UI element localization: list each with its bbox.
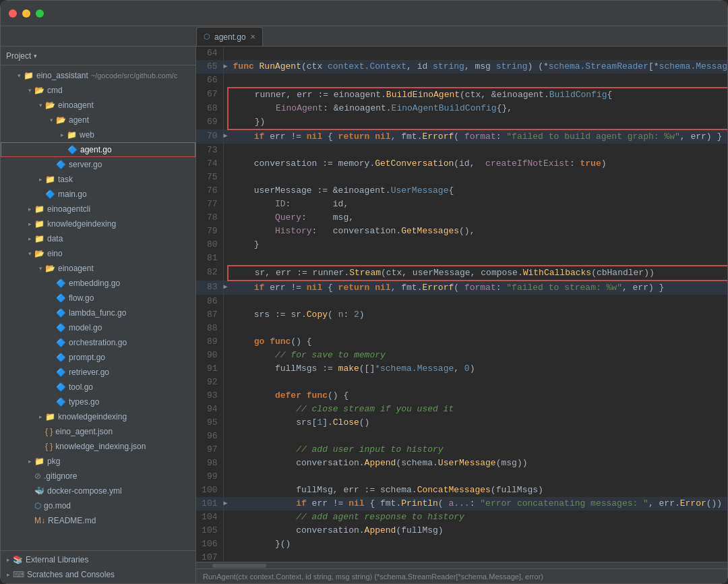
sidebar-tree[interactable]: ▾ 📁 eino_assistant ~/gocode/src/github.c… xyxy=(1,65,195,550)
tree-item-agent[interactable]: ▾ 📂 agent xyxy=(1,113,195,127)
status-bar: RunAgent(ctx context.Context, id string,… xyxy=(196,568,727,583)
tree-item-readme[interactable]: M↓ README.md xyxy=(1,513,195,528)
tree-item-model-go[interactable]: 🔷 model.go xyxy=(1,320,195,335)
go-file-icon: 🔷 xyxy=(56,338,66,347)
tree-label: tool.go xyxy=(69,382,93,392)
tree-item-go-mod[interactable]: ⬡ go.mod xyxy=(1,498,195,513)
folder-icon: 📂 xyxy=(45,100,55,110)
tree-item-main-go[interactable]: 🔷 main.go xyxy=(1,187,195,202)
code-line-66: 66 xyxy=(196,74,727,88)
tree-item-knowledge_indexing_json[interactable]: { } knowledge_indexing.json xyxy=(1,439,195,454)
tree-item-flow-go[interactable]: 🔷 flow.go xyxy=(1,291,195,305)
code-line-65: 65 ▶ func RunAgent(ctx context.Context, … xyxy=(196,60,727,74)
code-line-73: 73 xyxy=(196,144,727,157)
code-line-99: 99 xyxy=(196,470,727,484)
folder-icon: 📁 xyxy=(34,219,44,229)
tree-item-web[interactable]: ▸ 📁 web xyxy=(1,127,195,142)
external-libraries-item[interactable]: ▸ 📚 External Libraries xyxy=(1,552,195,567)
tree-item-types-go[interactable]: 🔷 types.go xyxy=(1,395,195,409)
expand-arrow: ▸ xyxy=(36,413,45,420)
maximize-button[interactable] xyxy=(36,9,44,18)
tree-item-gitignore[interactable]: ⊘ .gitignore xyxy=(1,469,195,484)
code-line-74: 74 conversation := memory.GetConversatio… xyxy=(196,157,727,171)
expand-arrow: ▸ xyxy=(3,556,13,563)
expand-arrow: ▸ xyxy=(25,206,34,212)
main-layout: Project ▾ ▾ 📁 eino_assistant ~/gocode/sr… xyxy=(1,47,727,583)
code-line-97: 97 // add user input to history xyxy=(196,443,727,457)
tree-label: server.go xyxy=(69,160,102,169)
tree-item-einoagentcli[interactable]: ▸ 📁 einoagentcli xyxy=(1,202,195,216)
code-line-83: 83 ▶ if err != nil { return nil, fmt.Err… xyxy=(196,281,727,295)
json-file-icon: { } xyxy=(45,442,53,451)
code-container[interactable]: 64 65 ▶ func RunAgent(ctx context.Contex… xyxy=(196,47,727,562)
tree-item-cmd[interactable]: ▾ 📂 cmd xyxy=(1,83,195,98)
horizontal-scrollbar[interactable] xyxy=(196,562,727,568)
code-line-106: 106 }() xyxy=(196,537,727,551)
tree-item-server-go[interactable]: 🔷 server.go xyxy=(1,157,195,172)
code-table: 64 65 ▶ func RunAgent(ctx context.Contex… xyxy=(196,47,727,562)
console-icon: ⌨ xyxy=(13,570,24,579)
tree-label: einoagent xyxy=(58,100,94,110)
tree-item-einoagent-2[interactable]: ▾ 📂 einoagent xyxy=(1,261,195,276)
path-hint: ~/gocode/src/github.com/c xyxy=(91,71,178,80)
minimize-button[interactable] xyxy=(22,9,30,18)
go-mod-icon: ⬡ xyxy=(34,501,41,510)
tree-label: lambda_func.go xyxy=(69,308,126,318)
expand-arrow: ▾ xyxy=(36,102,45,109)
tree-label: cmd xyxy=(47,86,63,95)
tree-label: flow.go xyxy=(69,293,94,303)
status-text: RunAgent(ctx context.Context, id string,… xyxy=(203,573,543,581)
tree-item-task[interactable]: ▸ 📁 task xyxy=(1,172,195,187)
tree-item-eino_assistant[interactable]: ▾ 📁 eino_assistant ~/gocode/src/github.c… xyxy=(1,68,195,83)
go-file-icon: 🔷 xyxy=(56,323,66,332)
tree-label: pkg xyxy=(47,457,60,466)
tree-label: eino_agent.json xyxy=(55,427,113,436)
tab-bar: ⬡ agent.go ✕ xyxy=(1,26,727,47)
tree-item-data[interactable]: ▸ 📁 data xyxy=(1,231,195,246)
tree-label: go.mod xyxy=(44,501,71,510)
tree-item-agent-go[interactable]: 🔷 agent.go xyxy=(1,142,195,157)
tree-item-tool-go[interactable]: 🔷 tool.go xyxy=(1,380,195,395)
tree-item-knowledgeindexing[interactable]: ▸ 📁 knowledgeindexing xyxy=(1,216,195,231)
tree-item-einoagent[interactable]: ▾ 📂 einoagent xyxy=(1,98,195,113)
tree-item-lambda_func-go[interactable]: 🔷 lambda_func.go xyxy=(1,305,195,320)
code-line-90: 90 // for save to memory xyxy=(196,349,727,362)
tree-item-orchestration-go[interactable]: 🔷 orchestration.go xyxy=(1,335,195,350)
tree-label: main.go xyxy=(58,189,87,199)
code-line-76: 76 userMessage := &einoagent.UserMessage… xyxy=(196,184,727,198)
main-window: ⬡ agent.go ✕ Project ▾ ▾ 📁 eino_assistan… xyxy=(0,0,728,584)
tab-close-button[interactable]: ✕ xyxy=(250,33,255,40)
folder-icon: 📁 xyxy=(45,175,55,184)
title-bar xyxy=(1,1,727,26)
folder-icon: 📁 xyxy=(67,130,77,140)
tree-item-retriever-go[interactable]: 🔷 retriever.go xyxy=(1,365,195,380)
tree-item-embedding-go[interactable]: 🔷 embedding.go xyxy=(1,276,195,291)
folder-icon: 📂 xyxy=(34,86,44,95)
tree-label: einoagent xyxy=(58,264,94,273)
go-file-icon: 🔷 xyxy=(56,368,66,377)
tree-item-knowledgeindexing-2[interactable]: ▸ 📁 knowledgeindexing xyxy=(1,409,195,424)
go-file-icon: 🔷 xyxy=(56,293,66,303)
tab-agent-go[interactable]: ⬡ agent.go ✕ xyxy=(196,27,263,46)
tree-item-docker-compose[interactable]: 🐳 docker-compose.yml xyxy=(1,484,195,498)
go-file-icon: 🔷 xyxy=(67,145,78,154)
tree-item-eino[interactable]: ▾ 📂 eino xyxy=(1,246,195,261)
go-file-icon: 🔷 xyxy=(56,353,66,362)
scrollbar-thumb[interactable] xyxy=(212,564,266,568)
tree-label: docker-compose.yml xyxy=(47,486,122,496)
tree-item-eino_agent_json[interactable]: { } eino_agent.json xyxy=(1,424,195,439)
code-line-101: 101 ▶ if err != nil { fmt.Println( a...:… xyxy=(196,497,727,510)
code-line-107: 107 xyxy=(196,551,727,562)
code-line-68: 68 EinoAgent: &einoagent.EinoAgentBuildC… xyxy=(196,102,727,115)
expand-arrow: ▾ xyxy=(25,250,34,257)
tree-label: Scratches and Consoles xyxy=(27,570,115,579)
code-line-98: 98 conversation.Append(schema.UserMessag… xyxy=(196,457,727,470)
tree-label: knowledge_indexing.json xyxy=(55,442,146,451)
close-button[interactable] xyxy=(9,9,17,18)
code-line-104: 104 // add agent response to history xyxy=(196,510,727,524)
go-file-icon: 🔷 xyxy=(56,308,66,318)
scratches-item[interactable]: ▸ ⌨ Scratches and Consoles xyxy=(1,567,195,582)
tree-label: einoagentcli xyxy=(47,204,90,214)
tree-item-pkg[interactable]: ▸ 📁 pkg xyxy=(1,454,195,469)
tree-item-prompt-go[interactable]: 🔷 prompt.go xyxy=(1,350,195,365)
